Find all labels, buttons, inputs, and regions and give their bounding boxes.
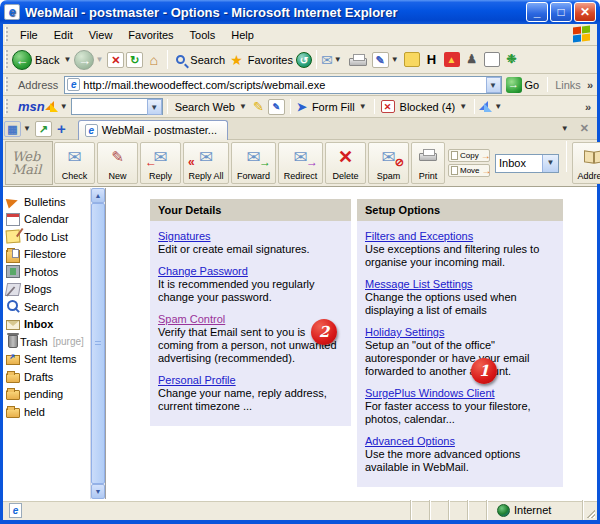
form-fill-dropdown-icon[interactable]: ▼	[359, 102, 367, 111]
toolbar-grip[interactable]	[5, 27, 8, 42]
h-logo-icon[interactable]: H	[424, 52, 440, 67]
sidebar-item-search[interactable]: Search	[6, 298, 90, 316]
sidebar-item-calendar[interactable]: Calendar	[6, 211, 90, 229]
blocked-dropdown-icon[interactable]: ▼	[459, 102, 467, 111]
go-button[interactable]: → Go	[506, 77, 540, 93]
search-web-label[interactable]: Search Web	[175, 101, 235, 113]
sidebar-item-bulletins[interactable]: Bulletins	[6, 193, 90, 211]
links-more-chevron[interactable]: »	[587, 79, 593, 91]
move-button[interactable]: Move →	[448, 164, 490, 177]
sidebar-item-held[interactable]: held	[6, 403, 90, 421]
toolbar-grip[interactable]	[5, 50, 8, 69]
tab-close-icon[interactable]: ✕	[580, 122, 589, 135]
minimize-button[interactable]: _	[526, 2, 548, 22]
msn-logo[interactable]: msn	[18, 99, 45, 114]
search-label[interactable]: Search	[190, 54, 225, 66]
holiday-settings-link[interactable]: Holiday Settings	[365, 326, 445, 338]
spam-button[interactable]: ✉⊘ Spam	[368, 142, 409, 184]
message-list-settings-link[interactable]: Message List Settings	[365, 278, 473, 290]
refresh-icon[interactable]: ↻	[126, 52, 143, 68]
trash-purge-link[interactable]: [purge]	[53, 336, 84, 347]
menu-view[interactable]: View	[81, 26, 121, 44]
highlight-icon[interactable]: ✎	[253, 99, 264, 114]
change-password-link[interactable]: Change Password	[158, 265, 248, 277]
sidebar-item-filestore[interactable]: Filestore	[6, 246, 90, 264]
window-icon[interactable]	[484, 52, 500, 67]
resize-grip[interactable]	[583, 500, 597, 520]
reply-all-button[interactable]: ✉« Reply All	[183, 142, 229, 184]
address-input[interactable]	[83, 79, 485, 91]
search-icon[interactable]	[176, 55, 185, 64]
msn-search-input[interactable]: ▼	[71, 98, 163, 115]
sidebar-item-photos[interactable]: Photos	[6, 263, 90, 281]
close-button[interactable]: ✕	[574, 2, 596, 22]
highlight-viewer-icon[interactable]: ✎	[268, 99, 285, 115]
sidebar-scrollbar[interactable]: ▲ ▼	[90, 188, 105, 499]
tab-webmail[interactable]: e WebMail - postmaster...	[78, 120, 228, 140]
toolbar-grip[interactable]	[5, 77, 8, 92]
forward-icon[interactable]: →	[74, 50, 94, 70]
favorites-star-icon[interactable]: ★	[230, 52, 243, 68]
sidebar-item-todo-list[interactable]: Todo List	[6, 228, 90, 246]
mail-icon[interactable]: ✉	[321, 53, 333, 67]
signatures-link[interactable]: Signatures	[158, 230, 211, 242]
bird-icon[interactable]: ▲	[444, 52, 460, 67]
form-fill-label[interactable]: Form Fill	[312, 101, 355, 113]
menu-edit[interactable]: Edit	[46, 26, 81, 44]
msn-more-chevron[interactable]: »	[585, 101, 591, 113]
sidebar-item-trash[interactable]: Trash[purge]	[6, 333, 90, 351]
sidebar-item-pending[interactable]: pending	[6, 386, 90, 404]
stop-icon[interactable]: ✕	[107, 52, 124, 68]
messenger-note-icon[interactable]	[404, 52, 420, 67]
toolbar-grip[interactable]	[5, 99, 8, 114]
messenger-dropdown-icon[interactable]: ▼	[494, 102, 502, 111]
sidebar-item-inbox[interactable]: Inbox	[6, 316, 90, 334]
links-label[interactable]: Links	[555, 79, 581, 91]
menu-help[interactable]: Help	[223, 26, 262, 44]
history-icon[interactable]: ↺	[296, 52, 312, 68]
person-icon[interactable]: ♟	[464, 52, 480, 67]
msn-dropdown-icon[interactable]: ▼	[60, 102, 68, 111]
maximize-button[interactable]: □	[550, 2, 572, 22]
advanced-options-link[interactable]: Advanced Options	[365, 435, 455, 447]
back-icon[interactable]: ←	[12, 50, 32, 70]
favorites-label[interactable]: Favorites	[248, 54, 293, 66]
msn-search-dropdown-icon[interactable]: ▼	[147, 99, 162, 115]
green-swirl-icon[interactable]: ❉	[504, 52, 520, 67]
sidebar-item-blogs[interactable]: Blogs	[6, 281, 90, 299]
menu-favorites[interactable]: Favorites	[120, 26, 181, 44]
new-button[interactable]: ✎ New	[97, 142, 138, 184]
home-icon[interactable]: ⌂	[145, 52, 162, 68]
edit-dropdown-icon[interactable]: ▼	[391, 55, 399, 64]
menu-tools[interactable]: Tools	[182, 26, 224, 44]
delete-button[interactable]: ✕ Delete	[325, 142, 366, 184]
sidebar-item-sent-items[interactable]: Sent Items	[6, 351, 90, 369]
blocked-label[interactable]: Blocked (4)	[400, 101, 456, 113]
personal-profile-link[interactable]: Personal Profile	[158, 374, 236, 386]
address-button[interactable]: Address	[572, 142, 600, 184]
quick-tabs-dropdown-icon[interactable]: ▼	[23, 124, 31, 133]
print-icon[interactable]	[349, 58, 367, 66]
back-dropdown-icon[interactable]: ▼	[63, 55, 71, 64]
check-button[interactable]: ✉ Check	[54, 142, 95, 184]
filters-and-exceptions-link[interactable]: Filters and Exceptions	[365, 230, 473, 242]
copy-button[interactable]: Copy →	[448, 149, 490, 162]
print-button[interactable]: Print	[411, 142, 445, 184]
forward-button[interactable]: ✉→ Forward	[231, 142, 276, 184]
back-label[interactable]: Back	[35, 54, 59, 66]
mail-dropdown-icon[interactable]: ▼	[334, 55, 342, 64]
spam-control-link[interactable]: Spam Control	[158, 313, 225, 325]
menu-file[interactable]: File	[12, 26, 46, 44]
redirect-button[interactable]: ✉→ Redirect	[278, 142, 323, 184]
scroll-up-icon[interactable]: ▲	[91, 188, 105, 203]
open-page-icon[interactable]: ↗	[35, 121, 52, 137]
folder-select[interactable]: Inbox ▼	[495, 154, 559, 173]
scrollbar-thumb[interactable]	[91, 203, 105, 484]
quick-tabs-icon[interactable]: ▦	[4, 121, 21, 137]
edit-icon[interactable]: ✎	[372, 52, 389, 68]
tab-list-dropdown-icon[interactable]: ▼	[561, 124, 569, 133]
new-tab-icon[interactable]: +	[57, 120, 66, 137]
reply-button[interactable]: ✉← Reply	[140, 142, 181, 184]
search-web-dropdown-icon[interactable]: ▼	[239, 102, 247, 111]
surgeplus-client-link[interactable]: SurgePlus Windows Client	[365, 387, 495, 399]
